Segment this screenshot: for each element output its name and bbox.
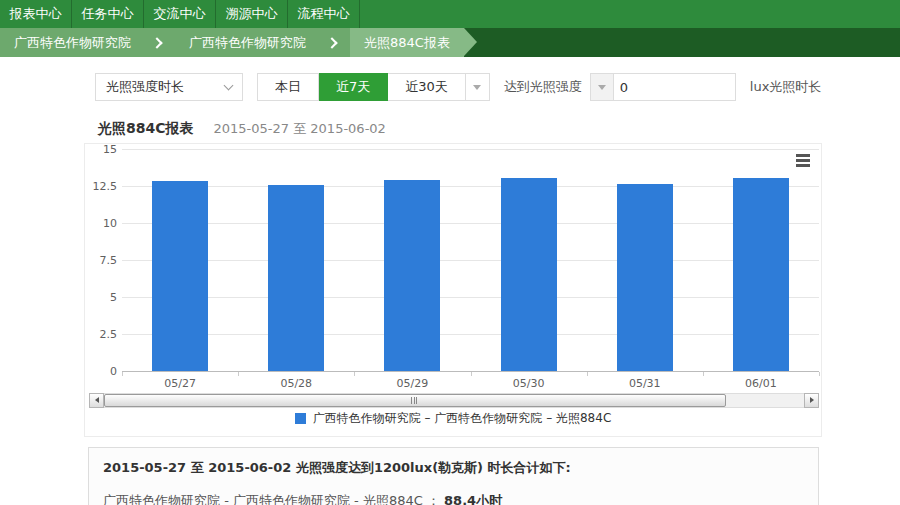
nav-item-communication-center[interactable]: 交流中心 <box>144 0 216 28</box>
chart-legend[interactable]: 广西特色作物研究院 – 广西特色作物研究院 – 光照884C <box>85 410 821 427</box>
summary-row-value: 88.4小时 <box>444 493 502 505</box>
chart-plot-area: 02.557.51012.51505/2705/2805/2905/3005/3… <box>85 144 821 392</box>
scrollbar-grip-icon <box>411 397 417 404</box>
scrollbar-track[interactable] <box>104 393 804 408</box>
scrollbar-right-arrow[interactable] <box>804 393 819 408</box>
chevron-right-icon <box>151 37 162 48</box>
caret-down-icon <box>598 85 606 90</box>
x-axis-tick <box>238 372 239 376</box>
lux-duration-label: lux光照时长 <box>750 78 822 96</box>
gridline <box>122 223 819 224</box>
nav-item-report-center[interactable]: 报表中心 <box>0 0 72 28</box>
x-axis-tick <box>703 372 704 376</box>
x-axis-tick <box>587 372 588 376</box>
page-title: 光照884C报表 <box>98 120 194 138</box>
x-axis-tick-label: 05/28 <box>261 377 331 390</box>
range-button-today[interactable]: 本日 <box>257 73 319 101</box>
x-axis-tick-label: 05/30 <box>494 377 564 390</box>
breadcrumb-label: 光照884C报表 <box>364 28 450 57</box>
breadcrumb: 广西特色作物研究院 广西特色作物研究院 光照884C报表 <box>0 28 900 57</box>
x-axis-tick <box>354 372 355 376</box>
chart-bar[interactable] <box>384 180 440 371</box>
range-more-button[interactable] <box>466 73 490 101</box>
x-axis-tick-label: 05/31 <box>610 377 680 390</box>
chevron-down-icon <box>224 80 234 90</box>
report-type-value: 光照强度时长 <box>106 78 184 96</box>
x-axis-tick-label: 05/29 <box>377 377 447 390</box>
light-report-chart: 02.557.51012.51505/2705/2805/2905/3005/3… <box>84 143 822 437</box>
summary-panel: 2015-05-27 至 2015-06-02 光照强度达到1200lux(勒克… <box>88 447 819 505</box>
chart-bar[interactable] <box>268 185 324 371</box>
filter-row: 光照强度时长 本日 近7天 近30天 达到光照强度 lux光照时长 <box>95 73 821 101</box>
breadcrumb-label: 广西特色作物研究院 <box>14 28 131 57</box>
nav-item-task-center[interactable]: 任务中心 <box>72 0 144 28</box>
scrollbar-left-arrow[interactable] <box>89 393 104 408</box>
legend-swatch <box>295 413 306 424</box>
chart-bar[interactable] <box>501 178 557 371</box>
breadcrumb-label: 广西特色作物研究院 <box>189 28 306 57</box>
chart-scrollbar[interactable] <box>89 393 819 408</box>
gridline <box>122 149 819 150</box>
chevron-right-icon <box>326 37 337 48</box>
gridline <box>122 334 819 335</box>
gridline <box>122 297 819 298</box>
x-axis-tick <box>122 372 123 376</box>
threshold-input[interactable] <box>614 73 736 101</box>
x-axis-tick <box>819 372 820 376</box>
top-nav: 报表中心 任务中心 交流中心 溯源中心 流程中心 <box>0 0 900 28</box>
nav-item-trace-center[interactable]: 溯源中心 <box>216 0 288 28</box>
y-axis-tick-label: 0 <box>85 365 117 378</box>
report-type-select[interactable]: 光照强度时长 <box>95 73 243 101</box>
y-axis-tick-label: 10 <box>85 217 117 230</box>
page: 报表中心 任务中心 交流中心 溯源中心 流程中心 广西特色作物研究院 广西特色作… <box>0 0 900 505</box>
range-button-30days[interactable]: 近30天 <box>388 73 466 101</box>
report-title-row: 光照884C报表 2015-05-27 至 2015-06-02 <box>98 120 386 138</box>
scrollbar-thumb[interactable] <box>104 394 726 407</box>
y-axis-tick-label: 7.5 <box>85 254 117 267</box>
gridline <box>122 186 819 187</box>
breadcrumb-item-suborg[interactable]: 广西特色作物研究院 <box>175 28 350 57</box>
breadcrumb-item-report[interactable]: 光照884C报表 <box>350 28 464 57</box>
chevron-right-icon <box>810 397 814 403</box>
y-axis-tick-label: 15 <box>85 143 117 156</box>
caret-down-icon <box>473 85 481 90</box>
chart-bar[interactable] <box>152 181 208 371</box>
range-button-7days[interactable]: 近7天 <box>319 73 388 101</box>
chart-bar[interactable] <box>733 178 789 371</box>
date-range-button-group: 本日 近7天 近30天 <box>257 73 490 101</box>
chevron-left-icon <box>95 397 99 403</box>
threshold-dropdown-button[interactable] <box>590 73 614 101</box>
legend-label: 广西特色作物研究院 – 广西特色作物研究院 – 光照884C <box>313 410 612 427</box>
chart-menu-icon[interactable] <box>796 154 810 169</box>
breadcrumb-item-org[interactable]: 广西特色作物研究院 <box>0 28 175 57</box>
chart-bar[interactable] <box>617 184 673 371</box>
threshold-input-group <box>590 73 736 101</box>
nav-item-process-center[interactable]: 流程中心 <box>288 0 360 28</box>
reach-intensity-label: 达到光照强度 <box>504 78 582 96</box>
breadcrumb-arrow-tip <box>464 28 477 56</box>
x-axis-tick-label: 06/01 <box>726 377 796 390</box>
gridline <box>122 260 819 261</box>
summary-row: 广西特色作物研究院 - 广西特色作物研究院 - 光照884C ： 88.4小时 <box>103 492 804 505</box>
summary-heading: 2015-05-27 至 2015-06-02 光照强度达到1200lux(勒克… <box>103 459 804 477</box>
y-axis-tick-label: 2.5 <box>85 328 117 341</box>
y-axis-tick-label: 12.5 <box>85 180 117 193</box>
y-axis-tick-label: 5 <box>85 291 117 304</box>
x-axis-tick-label: 05/27 <box>145 377 215 390</box>
summary-row-label: 广西特色作物研究院 - 广西特色作物研究院 - 光照884C ： <box>103 493 440 505</box>
report-date-range: 2015-05-27 至 2015-06-02 <box>214 120 386 138</box>
x-axis-tick <box>471 372 472 376</box>
